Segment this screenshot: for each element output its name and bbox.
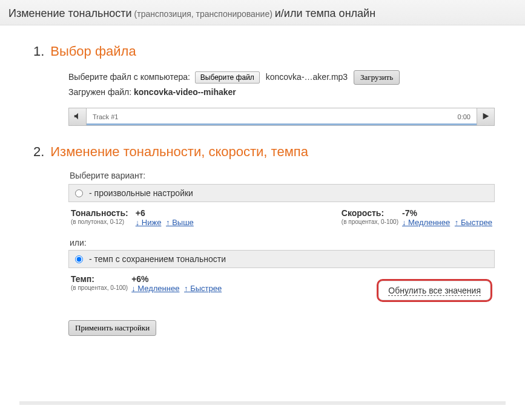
reset-highlight: Обнулить все значения [377,279,492,302]
speed-label: Скорость: [342,208,395,218]
or-label: или: [70,238,495,248]
tempo-block: Темп: (в процентах, 0-100) +6% ↓ Медленн… [71,274,222,293]
option-custom-radio[interactable] [75,189,83,197]
file-select-label: Выберите файл с компьютера: [68,72,190,82]
track-name: Track #1 [93,113,118,120]
tone-block: Тональность: (в полутонах, 0-12) +6 ↓ Ни… [71,208,198,227]
speed-block: Скорость: (в процентах, 0-100) -7% ↓ Мед… [342,208,492,227]
tone-up-link[interactable]: ↑ Выше [166,218,194,227]
tempo-note: (в процентах, 0-100) [71,284,128,291]
tempo-down-link[interactable]: ↓ Медленнее [131,284,179,293]
step2-title: Изменение тональности, скорости, темпа [50,144,308,159]
option-custom-row[interactable]: - произвольные настройки [68,184,495,202]
header-title-tail: и/или темпа онлайн [275,7,375,19]
loaded-filename: koncovka-video--mihaker [134,87,236,97]
tone-label: Тональность: [71,208,128,218]
play-button[interactable] [477,108,495,126]
page-header: Изменение тональности (транспозиция, тра… [0,0,525,25]
track-bar[interactable]: Track #1 0:00 [87,108,477,126]
choose-variant-label: Выберите вариант: [70,171,495,180]
tone-note: (в полутонах, 0-12) [71,218,132,225]
speed-up-link[interactable]: ↑ Быстрее [455,218,492,227]
play-icon [481,112,490,122]
option-custom-label: - произвольные настройки [89,188,193,198]
audio-player: Track #1 0:00 [68,108,495,126]
speaker-icon [73,112,82,122]
tone-down-link[interactable]: ↓ Ниже [136,218,162,227]
tempo-up-link[interactable]: ↑ Быстрее [184,284,222,293]
speed-value: -7% [402,208,492,218]
track-time: 0:00 [458,113,471,120]
selected-filename: koncovka-…aker.mp3 [266,72,348,82]
footer-divider [19,401,506,405]
header-title-paren: (транспозиция, транспонирование) [134,9,272,19]
step2-heading: 2. Изменение тональности, скорости, темп… [33,144,495,160]
step1-heading: 1. Выбор файла [33,44,495,59]
mute-button[interactable] [68,108,87,126]
option-tempo-label: - темп с сохранением тональности [89,254,226,264]
tone-value: +6 [136,208,194,218]
step1-title: Выбор файла [50,44,136,59]
apply-button[interactable]: Применить настройки [68,320,156,336]
step1-number: 1. [33,44,44,59]
upload-button[interactable]: Загрузить [354,70,400,85]
speed-down-link[interactable]: ↓ Медленнее [402,218,450,227]
option-tempo-row[interactable]: - темп с сохранением тональности [68,250,495,268]
tempo-label: Темп: [71,274,124,284]
browse-button[interactable]: Выберите файл [195,71,260,84]
loaded-label: Загружен файл: [68,87,131,97]
reset-link[interactable]: Обнулить все значения [388,286,481,296]
header-title-main: Изменение тональности [8,7,132,19]
tempo-value: +6% [131,274,222,284]
option-tempo-radio[interactable] [75,255,83,263]
step2-number: 2. [33,144,44,159]
speed-note: (в процентах, 0-100) [342,218,398,225]
